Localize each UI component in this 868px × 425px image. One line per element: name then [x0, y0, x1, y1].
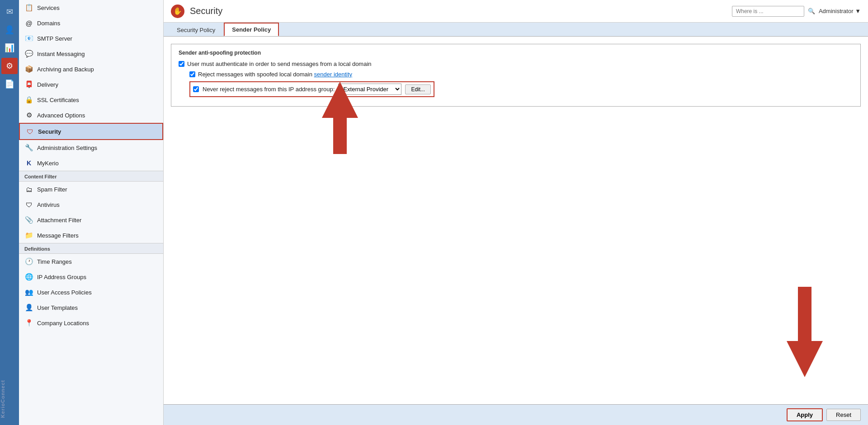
antivirus-icon: 🛡: [24, 200, 33, 209]
sidebar-item-attachment[interactable]: 📎 Attachment Filter: [19, 212, 163, 228]
company-locations-icon: 📍: [24, 318, 33, 327]
sidebar-item-im[interactable]: 💬 Instant Messaging: [19, 46, 163, 61]
checkbox-row-2: Reject messages with spoofed local domai…: [189, 71, 853, 78]
reset-button[interactable]: Reset: [826, 409, 861, 421]
sidebar-item-time-ranges[interactable]: 🕐 Time Ranges: [19, 254, 163, 269]
section-header-content-filter: Content Filter: [19, 171, 163, 182]
icon-users[interactable]: 👤: [1, 22, 18, 38]
sender-identity-link[interactable]: sender identity: [314, 71, 353, 78]
ip-groups-icon: 🌐: [24, 272, 33, 281]
checkbox-authenticate-label: User must authenticate in order to send …: [187, 61, 372, 67]
icon-bar: ✉ 👤 📊 ⚙ 📄 KerioConnect: [0, 0, 19, 425]
sidebar-item-user-templates[interactable]: 👤 User Templates: [19, 300, 163, 315]
main-content: ✋ Security 🔍 Administrator ▼ Security Po…: [164, 0, 868, 425]
advanced-icon: ⚙: [24, 111, 33, 120]
sidebar-item-company-locations[interactable]: 📍 Company Locations: [19, 315, 163, 331]
tabs-bar: Security Policy Sender Policy: [164, 23, 868, 37]
delivery-icon: 📮: [24, 80, 33, 89]
checkbox-never-reject[interactable]: [193, 86, 199, 92]
sidebar-item-antivirus[interactable]: 🛡 Antivirus: [19, 197, 163, 212]
section-header-definitions: Definitions: [19, 243, 163, 254]
user-access-icon: 👥: [24, 288, 33, 297]
app-name-label: KerioConnect: [0, 380, 19, 418]
sidebar-item-ip-groups[interactable]: 🌐 IP Address Groups: [19, 269, 163, 285]
tab-security-policy[interactable]: Security Policy: [169, 23, 223, 36]
sidebar-item-services[interactable]: 📋 Services: [19, 0, 163, 15]
sidebar-item-security[interactable]: 🛡 Security: [19, 123, 163, 140]
panel-title: Sender anti-spoofing protection: [179, 50, 853, 56]
smtp-icon: 📧: [24, 34, 33, 43]
message-filters-icon: 📁: [24, 231, 33, 240]
mykerio-icon: K: [24, 159, 33, 168]
sidebar-item-domains[interactable]: @ Domains: [19, 15, 163, 31]
domains-icon: @: [24, 19, 33, 28]
sidebar-item-message-filters[interactable]: 📁 Message Filters: [19, 228, 163, 243]
checkbox-never-reject-label: Never reject messages from this IP addre…: [203, 86, 335, 93]
search-icon[interactable]: 🔍: [808, 8, 815, 14]
apply-button[interactable]: Apply: [787, 408, 823, 421]
time-ranges-icon: 🕐: [24, 257, 33, 266]
spam-icon: 🗂: [24, 185, 33, 194]
edit-button[interactable]: Edit...: [405, 84, 431, 94]
security-icon: 🛡: [25, 127, 34, 136]
icon-mail[interactable]: ✉: [1, 4, 18, 20]
checkbox-row-3: Never reject messages from this IP addre…: [189, 81, 853, 97]
services-icon: 📋: [24, 3, 33, 12]
sidebar-item-ssl[interactable]: 🔒 SSL Certificates: [19, 92, 163, 107]
checkbox-row-1: User must authenticate in order to send …: [179, 61, 853, 67]
top-bar-right: 🔍 Administrator ▼: [732, 6, 861, 17]
bottom-bar: Apply Reset: [164, 404, 868, 425]
sidebar-item-delivery[interactable]: 📮 Delivery: [19, 77, 163, 92]
user-templates-icon: 👤: [24, 303, 33, 312]
admin-settings-icon: 🔧: [24, 143, 33, 152]
sidebar-item-smtp[interactable]: 📧 SMTP Server: [19, 31, 163, 46]
checkbox-reject-spoofed[interactable]: [189, 71, 195, 77]
admin-label[interactable]: Administrator ▼: [819, 8, 861, 14]
arrow-down-overlay: [778, 287, 832, 377]
sidebar-item-spam[interactable]: 🗂 Spam Filter: [19, 182, 163, 197]
tab-sender-policy[interactable]: Sender Policy: [224, 23, 279, 36]
archiving-icon: 📦: [24, 65, 33, 74]
ip-group-select[interactable]: External Provider Any Localhost: [338, 84, 401, 95]
sidebar-item-archiving[interactable]: 📦 Archiving and Backup: [19, 61, 163, 77]
icon-docs[interactable]: 📄: [1, 76, 18, 92]
sidebar-item-mykerio[interactable]: K MyKerio: [19, 155, 163, 171]
sender-antispoofing-panel: Sender anti-spoofing protection User mus…: [171, 44, 861, 107]
im-icon: 💬: [24, 49, 33, 58]
content-area: Sender anti-spoofing protection User mus…: [164, 37, 868, 404]
top-bar: ✋ Security 🔍 Administrator ▼: [164, 0, 868, 23]
search-input[interactable]: [732, 6, 804, 17]
attachment-icon: 📎: [24, 215, 33, 224]
sidebar-item-admin-settings[interactable]: 🔧 Administration Settings: [19, 140, 163, 155]
page-title: Security: [190, 6, 222, 16]
ssl-icon: 🔒: [24, 95, 33, 104]
checkbox-reject-spoofed-label: Reject messages with spoofed local domai…: [198, 71, 352, 78]
svg-marker-1: [787, 287, 823, 377]
icon-stats[interactable]: 📊: [1, 40, 18, 56]
sidebar: 📋 Services @ Domains 📧 SMTP Server 💬 Ins…: [19, 0, 164, 425]
sidebar-item-user-access[interactable]: 👥 User Access Policies: [19, 285, 163, 300]
checkbox-authenticate[interactable]: [179, 61, 184, 67]
sidebar-item-advanced[interactable]: ⚙ Advanced Options: [19, 107, 163, 123]
page-title-icon: ✋: [171, 5, 184, 18]
icon-settings[interactable]: ⚙: [1, 58, 18, 74]
